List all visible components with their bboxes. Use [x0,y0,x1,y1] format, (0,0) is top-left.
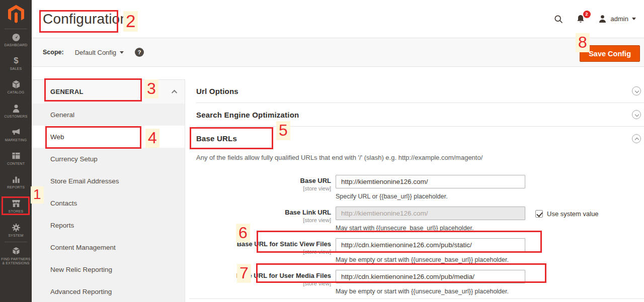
sidebar-item-customers[interactable]: CUSTOMERS [0,103,32,126]
sidebar-item-stores[interactable]: STORES [0,198,32,221]
config-nav-panel: GENERAL General Web Currency Setup Store… [32,79,185,302]
content-icon [11,150,21,161]
reports-icon [11,174,21,184]
sidebar-item-marketing[interactable]: MARKETING [0,127,32,150]
field-label: Base URL for User Media Files [185,272,331,279]
chevron-down-icon [632,18,636,20]
catalog-icon [11,79,21,89]
section-title: Search Engine Optimization [196,111,299,119]
svg-text:$: $ [14,56,19,65]
extensions-icon [11,246,21,256]
config-nav-item-web[interactable]: Web [32,126,185,148]
config-nav-items: General Web Currency Setup Store Email A… [32,104,185,302]
scope-selected-value: Default Config [75,49,116,56]
field-label: Base URL [185,177,331,184]
scope-bar: Scope: Default Config ? Save Config [32,38,644,67]
use-system-value-label: Use system value [547,210,599,218]
system-icon [11,222,21,233]
save-config-button[interactable]: Save Config [580,45,640,62]
stores-icon [11,198,21,209]
sidebar-item-label: STORES [9,210,24,214]
scope-selector[interactable]: Default Config [75,49,124,56]
field-label: Base Link URL [185,209,331,216]
notifications-bell-icon[interactable]: 2 [576,14,586,24]
sidebar-item-find-partners-extensions[interactable]: FIND PARTNERS & EXTENSIONS [0,246,32,269]
header-actions: 2 admin [553,0,636,38]
customers-icon [11,103,21,114]
config-main-content: Url Options Search Engine Optimization B… [185,67,644,302]
config-nav-item-new-relic-reporting[interactable]: New Relic Reporting [32,258,185,280]
config-nav-item-advanced-reporting[interactable]: Advanced Reporting [32,280,185,302]
config-nav-item-store-email-addresses[interactable]: Store Email Addresses [32,170,185,192]
admin-username: admin [611,15,628,23]
sidebar-item-label: DASHBOARD [4,43,27,47]
field-note: May start with {{unsecure_base_url}} pla… [336,225,525,232]
section-base-urls[interactable]: Base URLs [196,127,644,150]
base-urls-description: Any of the fields allow fully qualified … [196,154,644,161]
admin-user-menu[interactable]: admin [598,14,636,24]
sidebar-item-label: REPORTS [7,185,25,189]
magento-logo-icon [7,5,26,24]
sidebar-item-label: SALES [10,67,22,71]
marketing-icon [11,127,21,137]
sales-icon: $ [11,55,21,66]
config-nav-item-currency-setup[interactable]: Currency Setup [32,148,185,170]
sidebar-item-label: CATALOG [8,90,25,94]
field-scope: [store view] [185,185,331,191]
sidebar-item-catalog[interactable]: CATALOG [0,79,32,102]
field-row-base-url-static-view-files: Base URL for Static View Files [store vi… [185,238,644,263]
sidebar: DASHBOARD $ SALES CATALOG CUSTOMERS MARK… [0,0,32,302]
base-urls-form: Base URL [store view] Specify URL or {{b… [185,175,644,295]
config-nav-item-general[interactable]: General [32,104,185,126]
field-scope: [store view] [185,280,331,286]
use-system-value-group: Use system value [535,207,599,221]
chevron-down-icon [120,51,124,54]
field-scope: [store view] [185,249,331,255]
sidebar-item-dashboard[interactable]: DASHBOARD [0,32,32,55]
base-url-static-view-files-input[interactable] [336,238,525,252]
sidebar-divider [5,29,27,29]
field-note: Specify URL or {{base_url}} placeholder. [336,193,525,200]
field-row-base-link-url: Base Link URL [store view] May start wit… [185,207,644,232]
field-note: May be empty or start with {{unsecure_ba… [336,256,525,263]
config-nav-item-contacts[interactable]: Contacts [32,192,185,214]
chevron-up-circle-icon[interactable] [632,134,641,143]
section-search-engine-optimization[interactable]: Search Engine Optimization [196,103,644,127]
page-title: Configuration [43,11,128,27]
chevron-down-circle-icon[interactable] [632,86,641,95]
sidebar-item-label: CONTENT [7,162,25,166]
page-header: Configuration 2 admin [32,0,644,38]
config-nav-group-general[interactable]: GENERAL [32,79,185,104]
sidebar-item-label: FIND PARTNERS & EXTENSIONS [1,257,31,265]
config-nav-item-reports[interactable]: Reports [32,214,185,236]
search-icon[interactable] [553,14,564,24]
scope-label: Scope: [43,49,64,56]
magento-admin-configuration-page: DASHBOARD $ SALES CATALOG CUSTOMERS MARK… [0,0,644,302]
section-title: Url Options [196,87,238,95]
dashboard-icon [11,32,21,42]
sidebar-item-label: SYSTEM [9,234,24,238]
sidebar-divider [5,242,27,242]
field-row-base-url-user-media-files: Base URL for User Media Files [store vie… [185,270,644,295]
sidebar-item-sales[interactable]: $ SALES [0,55,32,78]
chevron-up-icon [172,89,177,95]
base-link-url-input [336,207,525,220]
notification-count-badge: 2 [583,11,591,18]
section-url-options[interactable]: Url Options [196,79,644,103]
chevron-down-circle-icon[interactable] [632,110,641,119]
section-title: Base URLs [196,134,237,143]
config-nav-item-content-management[interactable]: Content Management [32,236,185,258]
use-system-value-checkbox[interactable] [535,210,543,218]
base-url-input[interactable] [336,175,525,188]
sidebar-item-label: CUSTOMERS [4,115,27,119]
sidebar-item-content[interactable]: CONTENT [0,150,32,173]
field-scope: [store view] [185,217,331,223]
section-divider [189,298,644,299]
base-url-user-media-files-input[interactable] [336,270,525,283]
help-icon[interactable]: ? [135,48,144,57]
magento-logo[interactable] [0,4,32,25]
sidebar-item-label: MARKETING [5,138,27,142]
sidebar-item-reports[interactable]: REPORTS [0,174,32,197]
config-nav-group-title: GENERAL [50,88,84,95]
field-label: Base URL for Static View Files [185,240,331,248]
